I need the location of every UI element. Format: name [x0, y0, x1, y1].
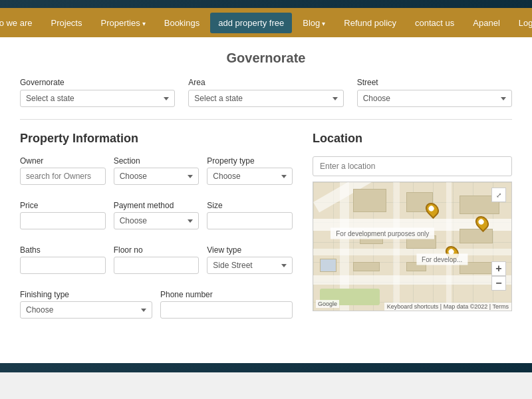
payment-method-label: Payment method	[114, 201, 200, 210]
section-select[interactable]: Choose Villa Apartment	[114, 168, 200, 185]
phone-number-group: Phone number	[160, 290, 293, 319]
nav-item-projects[interactable]: Projects	[43, 13, 90, 33]
governorate-select[interactable]: Select a state	[20, 90, 175, 107]
size-group: Size	[207, 201, 293, 229]
street-field: Street Choose	[357, 78, 512, 107]
section-divider	[20, 119, 512, 120]
property-type-label: Property type	[207, 156, 293, 166]
view-type-label: View type	[207, 245, 293, 255]
owner-input[interactable]	[20, 168, 106, 185]
payment-method-group: Payment method Choose Cash Installment	[114, 201, 200, 229]
owner-group: Owner	[20, 156, 106, 185]
section-label: Section	[114, 156, 200, 166]
nav-item-logout[interactable]: Logout	[511, 13, 532, 33]
form-row-2: Price Payment method Choose Cash Install…	[20, 201, 293, 237]
location-map-section: Location	[313, 132, 512, 334]
main-content: Governorate Governorate Select a state A…	[0, 37, 532, 363]
payment-method-select[interactable]: Choose Cash Installment	[114, 212, 200, 229]
phone-number-input[interactable]	[160, 301, 293, 319]
nav-item-contact[interactable]: contact us	[407, 13, 462, 33]
map-block	[353, 262, 380, 271]
map-block	[460, 262, 496, 274]
map-block	[406, 262, 426, 271]
map-background: For development purposes only For develo…	[313, 182, 511, 311]
price-group: Price	[20, 201, 106, 229]
property-type-select[interactable]: Choose For Sale For Rent	[207, 168, 293, 185]
property-type-group: Property type Choose For Sale For Rent	[207, 156, 293, 185]
form-row-4: Finishing type Choose Fully Finished Sem…	[20, 290, 293, 327]
finishing-type-group: Finishing type Choose Fully Finished Sem…	[20, 290, 152, 319]
property-location-columns: Property Information Owner Section Choos…	[20, 132, 512, 334]
nav-item-blog[interactable]: Blog▾	[295, 13, 333, 33]
area-select[interactable]: Select a state	[188, 90, 343, 107]
property-info-section: Property Information Owner Section Choos…	[20, 132, 293, 334]
location-search-input[interactable]	[313, 156, 512, 176]
page-title: Governorate	[20, 51, 512, 66]
area-field: Area Select a state	[188, 78, 343, 107]
nav-item-apanel[interactable]: Apanel	[465, 13, 507, 33]
floor-no-group: Floor no	[114, 245, 200, 274]
map-attribution: Keyboard shortcuts | Map data ©2022 | Te…	[384, 303, 511, 311]
map-block	[353, 189, 386, 212]
map-google-logo: Google	[316, 300, 339, 308]
map-zoom-in-button[interactable]: +	[491, 261, 506, 276]
view-type-select[interactable]: Side Street Main Street Sea View	[207, 257, 293, 274]
floor-no-input[interactable]	[114, 257, 200, 274]
map-block	[406, 235, 436, 249]
map-zoom-controls: + −	[491, 261, 506, 291]
form-row-1: Owner Section Choose Villa Apartment Pro…	[20, 156, 293, 193]
nav-item-who-we-are[interactable]: Who we are	[0, 13, 41, 33]
size-label: Size	[207, 201, 293, 210]
governorate-label: Governorate	[20, 78, 175, 87]
map-expand-button[interactable]: ⤢	[491, 188, 506, 202]
top-decorative-bar	[0, 0, 532, 8]
bottom-decorative-bar	[0, 363, 532, 372]
nav-item-refund[interactable]: Refund policy	[336, 13, 404, 33]
view-type-group: View type Side Street Main Street Sea Vi…	[207, 245, 293, 274]
property-info-heading: Property Information	[20, 132, 293, 146]
floor-no-label: Floor no	[114, 245, 200, 255]
location-row: Governorate Select a state Area Select a…	[20, 78, 512, 107]
baths-label: Baths	[20, 245, 106, 255]
location-heading: Location	[313, 132, 512, 146]
nav-item-add-property[interactable]: add property free	[210, 13, 292, 33]
map-block	[460, 229, 493, 243]
map-container: For development purposes only For develo…	[313, 182, 512, 311]
phone-number-label: Phone number	[160, 290, 293, 299]
finishing-type-label: Finishing type	[20, 290, 152, 299]
nav-item-bookings[interactable]: Bookings	[156, 13, 207, 33]
governorate-field: Governorate Select a state	[20, 78, 175, 107]
price-input[interactable]	[20, 212, 106, 229]
map-zoom-out-button[interactable]: −	[491, 276, 506, 291]
section-group: Section Choose Villa Apartment	[114, 156, 200, 185]
owner-label: Owner	[20, 156, 106, 166]
form-row-3: Baths Floor no View type Side Street Mai…	[20, 245, 293, 282]
map-block	[320, 259, 336, 272]
main-nav: Home Who we are Projects Properties▾ Boo…	[0, 8, 532, 37]
nav-item-properties[interactable]: Properties▾	[92, 13, 153, 33]
dropdown-arrow-blog: ▾	[322, 20, 325, 27]
baths-group: Baths	[20, 245, 106, 274]
area-label: Area	[188, 78, 343, 87]
street-label: Street	[357, 78, 512, 87]
map-block	[360, 232, 383, 244]
size-input[interactable]	[207, 212, 293, 229]
dropdown-arrow: ▾	[142, 20, 146, 27]
street-select[interactable]: Choose	[357, 90, 512, 107]
finishing-type-select[interactable]: Choose Fully Finished Semi Finished	[20, 301, 152, 319]
baths-input[interactable]	[20, 257, 106, 274]
price-label: Price	[20, 201, 106, 210]
